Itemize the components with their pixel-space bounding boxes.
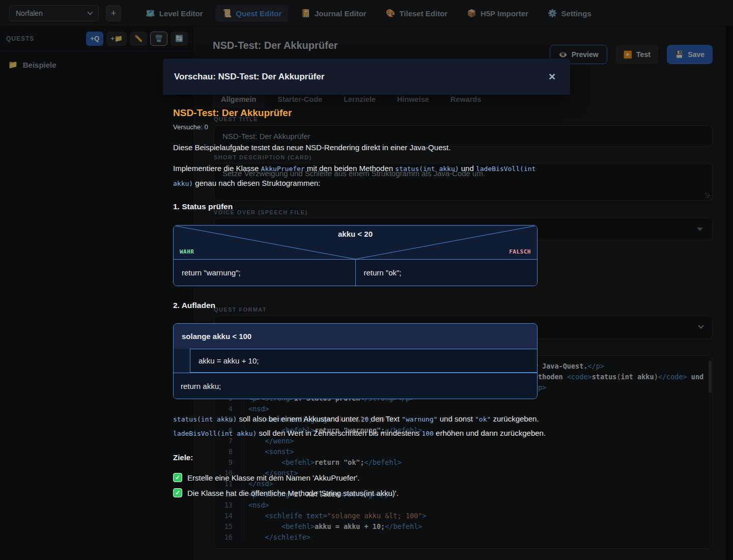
preview-quest-title: NSD-Test: Der Akkuprüfer (173, 107, 560, 119)
goals-label: Ziele: (173, 453, 560, 462)
nsd-loop-body: akku = akku + 10; (174, 349, 537, 373)
preview-modal-header: Vorschau: NSD-Test: Der Akkuprüfer ✕ (163, 59, 570, 95)
modal-title: Vorschau: NSD-Test: Der Akkuprüfer (174, 72, 324, 82)
nsd-after-statement: return akku; (174, 373, 537, 399)
text-run: Diese Beispielaufgabe testet das neue NS… (173, 143, 450, 152)
nsd-condition-text: akku < 20 (174, 230, 537, 238)
nsd-if-diagram: akku < 20 WAHR FALSCH return "warnung"; … (173, 225, 538, 286)
text-run: und (459, 164, 476, 173)
nsd-branches: return "warnung"; return "ok"; (174, 259, 537, 286)
goal-item: ✓ Erstelle eine Klasse mit dem Namen 'Ak… (173, 473, 560, 482)
goal-text: Die Klasse hat die öffentliche Methode '… (187, 489, 399, 497)
inline-code: 100 (421, 430, 433, 437)
text-run: soll also bei einem Akkustand unter (237, 414, 360, 423)
text-run: genau nach diesen Struktogrammen: (193, 179, 320, 187)
preview-paragraph: Diese Beispielaufgabe testet das neue NS… (173, 142, 560, 154)
text-run: mit den beiden Methoden (305, 164, 396, 173)
inline-code: "warnung" (402, 415, 437, 423)
nsd-true-label: WAHR (180, 248, 194, 255)
nsd-true-branch: return "warnung"; (174, 260, 355, 286)
goal-item: ✓ Die Klasse hat die öffentliche Methode… (173, 488, 560, 497)
nsd-condition-cell: akku < 20 WAHR FALSCH (174, 226, 537, 259)
text-run: soll den Wert in Zehnerschritten bis min… (257, 429, 421, 437)
check-icon: ✓ (173, 473, 182, 482)
text-run: zurückgeben. (491, 414, 539, 423)
nsd-false-label: FALSCH (509, 248, 531, 255)
preview-modal-body: NSD-Test: Der Akkuprüfer Versuche: 0 Die… (163, 95, 570, 504)
inline-code: AkkuPruefer (261, 165, 305, 173)
nsd-loop-statement: akku = akku + 10; (190, 349, 537, 373)
nsd-loop-condition: solange akku < 100 (174, 324, 537, 349)
nsd-while-diagram: solange akku < 100 akku = akku + 10; ret… (173, 323, 538, 399)
inline-code: ladeBisVoll(int akku) (173, 430, 257, 437)
preview-paragraph: status(int akku) soll also bei einem Akk… (173, 412, 547, 440)
goal-text: Erstelle eine Klasse mit dem Namen 'Akku… (187, 473, 359, 482)
inline-code: status(int akku) (173, 415, 237, 423)
text-run: Implementiere die Klasse (173, 164, 261, 173)
close-icon[interactable]: ✕ (548, 71, 556, 82)
section-heading-aufladen: 2. Aufladen (173, 301, 560, 310)
text-run: und sonst (438, 414, 475, 423)
preview-paragraph: Implementiere die Klasse AkkuPruefer mit… (173, 161, 540, 191)
check-icon: ✓ (173, 488, 182, 497)
nsd-loop-strip (174, 349, 190, 373)
nsd-false-branch: return "ok"; (355, 260, 538, 286)
inline-code: 20 (361, 415, 369, 423)
section-heading-status: 1. Status prüfen (173, 202, 560, 211)
inline-code: status(int akku) (395, 165, 459, 173)
text-run: erhöhen und dann zurückgeben. (434, 429, 546, 437)
attempts-counter: Versuche: 0 (173, 123, 560, 131)
text-run: den Text (369, 414, 402, 423)
inline-code: "ok" (475, 415, 491, 423)
